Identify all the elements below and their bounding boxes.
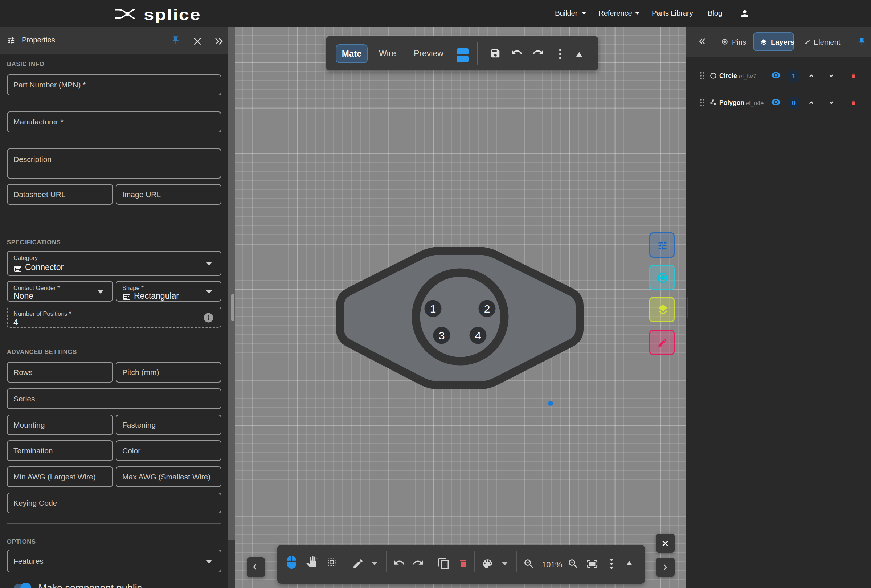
svg-text:2: 2 (484, 303, 490, 315)
svg-text:1: 1 (430, 303, 436, 315)
svg-text:3: 3 (439, 329, 445, 341)
svg-text:4: 4 (475, 329, 481, 341)
